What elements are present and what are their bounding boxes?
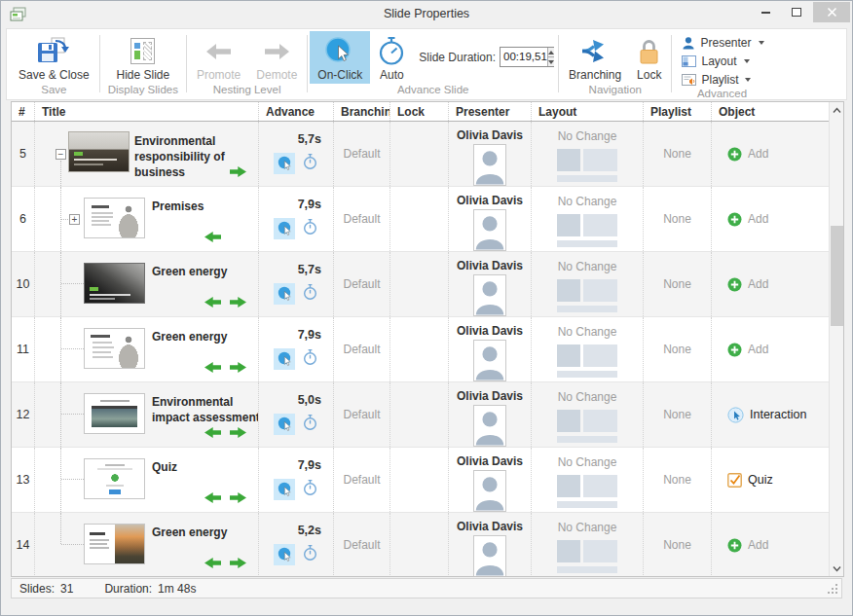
maximize-button[interactable] xyxy=(782,2,811,22)
auto-button[interactable]: Auto xyxy=(370,31,413,84)
lock-cell xyxy=(389,448,448,512)
demote-button[interactable]: Demote xyxy=(248,31,305,84)
branching-value[interactable]: Default xyxy=(343,147,380,161)
branching-cell: Default xyxy=(333,122,389,186)
scroll-up-button[interactable] xyxy=(830,102,844,118)
layout-cell: No Change xyxy=(531,252,643,316)
playlist-value[interactable]: None xyxy=(663,212,691,226)
slide-thumbnail[interactable] xyxy=(84,524,145,564)
advance-auto-icon[interactable] xyxy=(302,414,318,435)
interaction-object-button[interactable]: Interaction xyxy=(727,407,806,423)
layout-cell: No Change xyxy=(531,317,643,381)
branching-value[interactable]: Default xyxy=(343,277,380,291)
layout-thumbnail[interactable] xyxy=(557,344,617,379)
advance-onclick-icon[interactable] xyxy=(274,414,295,435)
playlist-value[interactable]: None xyxy=(663,538,691,552)
advance-onclick-icon[interactable] xyxy=(274,283,295,305)
forward-arrow-icon xyxy=(230,362,246,373)
group-nesting-level: Promote Demote Nesting Level xyxy=(189,31,305,99)
playlist-cell: None xyxy=(643,382,711,447)
playlist-value[interactable]: None xyxy=(663,147,691,161)
playlist-cell: None xyxy=(643,122,711,186)
branching-value[interactable]: Default xyxy=(343,538,380,552)
advance-auto-icon[interactable] xyxy=(302,153,318,174)
table-row: 12 Environmental impact assessment 5,0s xyxy=(12,382,829,448)
playlist-cell: None xyxy=(643,513,711,576)
group-save: Save & Close Save xyxy=(11,31,97,99)
presenter-avatar[interactable] xyxy=(473,535,506,576)
branching-value[interactable]: Default xyxy=(343,408,380,421)
playlist-value[interactable]: None xyxy=(663,408,691,421)
advance-onclick-icon[interactable] xyxy=(274,153,295,174)
minimize-button[interactable] xyxy=(751,2,780,22)
advance-auto-icon[interactable] xyxy=(302,479,318,500)
presenter-avatar[interactable] xyxy=(473,470,506,512)
scroll-down-button[interactable] xyxy=(830,561,844,576)
tree-connector-horizontal xyxy=(61,414,84,415)
layout-menu-button[interactable]: Layout xyxy=(680,54,751,69)
advance-auto-icon[interactable] xyxy=(302,544,318,565)
playlist-value[interactable]: None xyxy=(663,343,691,356)
advance-time: 5,2s xyxy=(259,524,333,537)
lock-button[interactable]: Lock xyxy=(629,31,669,84)
presenter-cell: Olivia Davis xyxy=(448,122,531,186)
playlist-value[interactable]: None xyxy=(663,277,691,291)
slide-thumbnail[interactable] xyxy=(68,131,130,172)
scrollbar-thumb[interactable] xyxy=(831,226,843,326)
vertical-scrollbar[interactable] xyxy=(829,102,843,576)
quiz-object-button[interactable]: Quiz xyxy=(727,473,773,488)
advance-auto-icon[interactable] xyxy=(302,218,318,239)
promote-button[interactable]: Promote xyxy=(189,31,248,84)
advance-auto-icon[interactable] xyxy=(302,348,318,370)
duration-spin-down[interactable] xyxy=(548,56,554,66)
toolbar-separator xyxy=(558,35,559,92)
advance-auto-icon[interactable] xyxy=(302,283,318,305)
expander-toggle[interactable]: − xyxy=(56,149,66,160)
presenter-avatar[interactable] xyxy=(473,144,506,186)
expander-toggle[interactable]: + xyxy=(69,214,80,225)
table-row: 5 − Environmental responsibility of busi… xyxy=(12,122,829,187)
advance-onclick-icon[interactable] xyxy=(274,544,295,565)
close-button[interactable] xyxy=(813,2,850,22)
branching-button[interactable]: Branching xyxy=(561,31,629,84)
slide-thumbnail[interactable] xyxy=(84,263,145,304)
presenter-menu-button[interactable]: Presenter xyxy=(680,35,765,51)
tree-connector-horizontal xyxy=(61,348,84,349)
column-header-number: # xyxy=(12,102,34,121)
presenter-avatar[interactable] xyxy=(473,209,506,251)
add-object-button[interactable]: Add xyxy=(727,212,768,227)
add-object-button[interactable]: Add xyxy=(727,277,768,292)
advance-onclick-icon[interactable] xyxy=(274,218,295,239)
add-object-button[interactable]: Add xyxy=(727,538,768,553)
layout-thumbnail[interactable] xyxy=(557,214,617,248)
slide-thumbnail[interactable] xyxy=(84,198,145,238)
layout-thumbnail[interactable] xyxy=(557,149,617,183)
layout-thumbnail[interactable] xyxy=(557,410,617,444)
layout-thumbnail[interactable] xyxy=(557,540,617,574)
slide-duration-input[interactable]: 00:19,51 xyxy=(500,47,554,67)
branching-value[interactable]: Default xyxy=(343,473,380,487)
branching-value[interactable]: Default xyxy=(343,212,380,226)
slide-thumbnail[interactable] xyxy=(84,458,145,499)
add-object-button[interactable]: Add xyxy=(727,147,768,162)
playlist-menu-button[interactable]: Playlist xyxy=(680,72,753,88)
add-object-button[interactable]: Add xyxy=(727,343,768,357)
advance-onclick-icon[interactable] xyxy=(274,479,295,500)
hide-slide-button[interactable]: Hide Slide xyxy=(108,31,177,84)
presenter-avatar[interactable] xyxy=(473,340,506,381)
branching-value[interactable]: Default xyxy=(343,343,380,356)
presenter-avatar[interactable] xyxy=(473,405,506,447)
duration-spin-up[interactable] xyxy=(548,48,554,56)
slide-thumbnail[interactable] xyxy=(84,393,145,434)
advance-onclick-icon[interactable] xyxy=(274,348,295,370)
presenter-avatar[interactable] xyxy=(473,274,506,316)
resize-grip[interactable] xyxy=(828,584,838,595)
slide-thumbnail[interactable] xyxy=(84,328,145,369)
advance-time: 7,9s xyxy=(259,328,333,342)
layout-thumbnail[interactable] xyxy=(557,279,617,313)
on-click-button[interactable]: On-Click xyxy=(310,31,370,84)
layout-thumbnail[interactable] xyxy=(557,475,617,509)
playlist-value[interactable]: None xyxy=(663,473,691,487)
save-close-button[interactable]: Save & Close xyxy=(11,31,97,84)
object-cell: Add xyxy=(711,187,829,251)
